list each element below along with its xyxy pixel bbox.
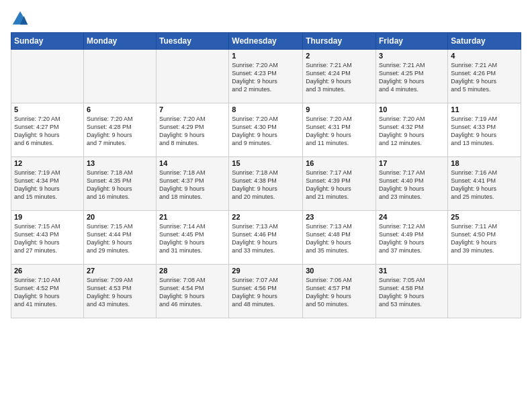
- day-number: 12: [14, 159, 81, 167]
- day-content: Sunrise: 7:21 AM Sunset: 4:25 PM Dayligh…: [379, 61, 445, 94]
- calendar-cell: 4Sunrise: 7:21 AM Sunset: 4:26 PM Daylig…: [448, 50, 521, 103]
- calendar-cell: 24Sunrise: 7:12 AM Sunset: 4:49 PM Dayli…: [376, 211, 448, 265]
- day-content: Sunrise: 7:20 AM Sunset: 4:23 PM Dayligh…: [232, 61, 300, 94]
- day-number: 6: [87, 105, 153, 113]
- calendar-cell: [11, 50, 84, 103]
- day-number: 21: [159, 213, 226, 221]
- day-number: 31: [379, 267, 445, 275]
- calendar-cell: 22Sunrise: 7:13 AM Sunset: 4:46 PM Dayli…: [229, 211, 303, 265]
- day-number: 11: [451, 105, 518, 113]
- day-number: 30: [306, 267, 373, 275]
- calendar-cell: 25Sunrise: 7:11 AM Sunset: 4:50 PM Dayli…: [448, 211, 521, 265]
- calendar-weekday-header: Friday: [376, 33, 448, 50]
- calendar-week-row: 5Sunrise: 7:20 AM Sunset: 4:27 PM Daylig…: [11, 103, 521, 157]
- day-number: 19: [14, 213, 81, 221]
- day-content: Sunrise: 7:21 AM Sunset: 4:26 PM Dayligh…: [451, 61, 518, 94]
- calendar-cell: 17Sunrise: 7:17 AM Sunset: 4:40 PM Dayli…: [376, 157, 448, 211]
- calendar-table: SundayMondayTuesdayWednesdayThursdayFrid…: [11, 32, 521, 318]
- day-content: Sunrise: 7:21 AM Sunset: 4:24 PM Dayligh…: [306, 61, 373, 94]
- calendar-cell: 27Sunrise: 7:09 AM Sunset: 4:53 PM Dayli…: [83, 265, 156, 318]
- day-number: 22: [232, 213, 300, 221]
- day-number: 23: [306, 213, 373, 221]
- calendar-weekday-header: Monday: [83, 33, 156, 50]
- calendar-cell: [83, 50, 156, 103]
- day-content: Sunrise: 7:11 AM Sunset: 4:50 PM Dayligh…: [451, 222, 518, 255]
- day-number: 14: [159, 159, 226, 167]
- day-content: Sunrise: 7:18 AM Sunset: 4:35 PM Dayligh…: [87, 169, 153, 201]
- calendar-cell: 30Sunrise: 7:06 AM Sunset: 4:57 PM Dayli…: [303, 265, 376, 318]
- calendar-cell: 11Sunrise: 7:19 AM Sunset: 4:33 PM Dayli…: [448, 103, 521, 157]
- day-number: 5: [14, 105, 81, 113]
- calendar-weekday-header: Sunday: [11, 33, 84, 50]
- main-container: SundayMondayTuesdayWednesdayThursdayFrid…: [0, 0, 532, 411]
- day-number: 27: [87, 267, 153, 275]
- calendar-weekday-header: Saturday: [448, 33, 521, 50]
- calendar-weekday-header: Wednesday: [229, 33, 303, 50]
- calendar-cell: 1Sunrise: 7:20 AM Sunset: 4:23 PM Daylig…: [229, 50, 303, 103]
- calendar-cell: 18Sunrise: 7:16 AM Sunset: 4:41 PM Dayli…: [448, 157, 521, 211]
- calendar-header-row: SundayMondayTuesdayWednesdayThursdayFrid…: [11, 33, 521, 50]
- day-content: Sunrise: 7:20 AM Sunset: 4:28 PM Dayligh…: [87, 115, 153, 148]
- day-content: Sunrise: 7:16 AM Sunset: 4:41 PM Dayligh…: [451, 169, 518, 201]
- day-content: Sunrise: 7:20 AM Sunset: 4:30 PM Dayligh…: [232, 115, 300, 148]
- calendar-cell: 26Sunrise: 7:10 AM Sunset: 4:52 PM Dayli…: [11, 265, 84, 318]
- day-content: Sunrise: 7:15 AM Sunset: 4:44 PM Dayligh…: [87, 222, 153, 255]
- logo-icon: [11, 9, 30, 28]
- calendar-cell: 28Sunrise: 7:08 AM Sunset: 4:54 PM Dayli…: [157, 265, 229, 318]
- day-number: 4: [451, 52, 518, 60]
- day-content: Sunrise: 7:20 AM Sunset: 4:31 PM Dayligh…: [306, 115, 373, 148]
- calendar-cell: 7Sunrise: 7:20 AM Sunset: 4:29 PM Daylig…: [157, 103, 229, 157]
- day-content: Sunrise: 7:08 AM Sunset: 4:54 PM Dayligh…: [159, 276, 226, 309]
- day-content: Sunrise: 7:17 AM Sunset: 4:39 PM Dayligh…: [306, 169, 373, 201]
- calendar-cell: 21Sunrise: 7:14 AM Sunset: 4:45 PM Dayli…: [157, 211, 229, 265]
- calendar-cell: 2Sunrise: 7:21 AM Sunset: 4:24 PM Daylig…: [303, 50, 376, 103]
- day-content: Sunrise: 7:12 AM Sunset: 4:49 PM Dayligh…: [379, 222, 445, 255]
- header: [11, 7, 521, 28]
- day-content: Sunrise: 7:20 AM Sunset: 4:27 PM Dayligh…: [14, 115, 81, 148]
- calendar-cell: 29Sunrise: 7:07 AM Sunset: 4:56 PM Dayli…: [229, 265, 303, 318]
- day-number: 20: [87, 213, 153, 221]
- calendar-cell: 13Sunrise: 7:18 AM Sunset: 4:35 PM Dayli…: [83, 157, 156, 211]
- day-content: Sunrise: 7:15 AM Sunset: 4:43 PM Dayligh…: [14, 222, 81, 255]
- calendar-cell: 19Sunrise: 7:15 AM Sunset: 4:43 PM Dayli…: [11, 211, 84, 265]
- calendar-cell: 3Sunrise: 7:21 AM Sunset: 4:25 PM Daylig…: [376, 50, 448, 103]
- day-content: Sunrise: 7:20 AM Sunset: 4:29 PM Dayligh…: [159, 115, 226, 148]
- calendar-cell: 31Sunrise: 7:05 AM Sunset: 4:58 PM Dayli…: [376, 265, 448, 318]
- day-content: Sunrise: 7:09 AM Sunset: 4:53 PM Dayligh…: [87, 276, 153, 309]
- calendar-cell: 14Sunrise: 7:18 AM Sunset: 4:37 PM Dayli…: [157, 157, 229, 211]
- calendar-cell: [448, 265, 521, 318]
- day-number: 1: [232, 52, 300, 60]
- calendar-cell: 9Sunrise: 7:20 AM Sunset: 4:31 PM Daylig…: [303, 103, 376, 157]
- day-content: Sunrise: 7:19 AM Sunset: 4:33 PM Dayligh…: [451, 115, 518, 148]
- calendar-week-row: 19Sunrise: 7:15 AM Sunset: 4:43 PM Dayli…: [11, 211, 521, 265]
- day-number: 9: [306, 105, 373, 113]
- day-number: 10: [379, 105, 445, 113]
- day-content: Sunrise: 7:20 AM Sunset: 4:32 PM Dayligh…: [379, 115, 445, 148]
- day-content: Sunrise: 7:18 AM Sunset: 4:38 PM Dayligh…: [232, 169, 300, 201]
- calendar-cell: 15Sunrise: 7:18 AM Sunset: 4:38 PM Dayli…: [229, 157, 303, 211]
- day-number: 29: [232, 267, 300, 275]
- calendar-cell: 23Sunrise: 7:13 AM Sunset: 4:48 PM Dayli…: [303, 211, 376, 265]
- calendar-week-row: 12Sunrise: 7:19 AM Sunset: 4:34 PM Dayli…: [11, 157, 521, 211]
- calendar-cell: 8Sunrise: 7:20 AM Sunset: 4:30 PM Daylig…: [229, 103, 303, 157]
- day-number: 26: [14, 267, 81, 275]
- day-content: Sunrise: 7:06 AM Sunset: 4:57 PM Dayligh…: [306, 276, 373, 309]
- day-number: 3: [379, 52, 445, 60]
- calendar-week-row: 1Sunrise: 7:20 AM Sunset: 4:23 PM Daylig…: [11, 50, 521, 103]
- day-number: 7: [159, 105, 226, 113]
- day-content: Sunrise: 7:10 AM Sunset: 4:52 PM Dayligh…: [14, 276, 81, 309]
- calendar-weekday-header: Thursday: [303, 33, 376, 50]
- day-number: 8: [232, 105, 300, 113]
- day-content: Sunrise: 7:14 AM Sunset: 4:45 PM Dayligh…: [159, 222, 226, 255]
- day-number: 2: [306, 52, 373, 60]
- day-number: 17: [379, 159, 445, 167]
- day-content: Sunrise: 7:13 AM Sunset: 4:48 PM Dayligh…: [306, 222, 373, 255]
- calendar-cell: 10Sunrise: 7:20 AM Sunset: 4:32 PM Dayli…: [376, 103, 448, 157]
- day-number: 16: [306, 159, 373, 167]
- day-number: 18: [451, 159, 518, 167]
- calendar-cell: 12Sunrise: 7:19 AM Sunset: 4:34 PM Dayli…: [11, 157, 84, 211]
- day-content: Sunrise: 7:19 AM Sunset: 4:34 PM Dayligh…: [14, 169, 81, 201]
- day-number: 15: [232, 159, 300, 167]
- day-content: Sunrise: 7:07 AM Sunset: 4:56 PM Dayligh…: [232, 276, 300, 309]
- logo: [11, 9, 32, 28]
